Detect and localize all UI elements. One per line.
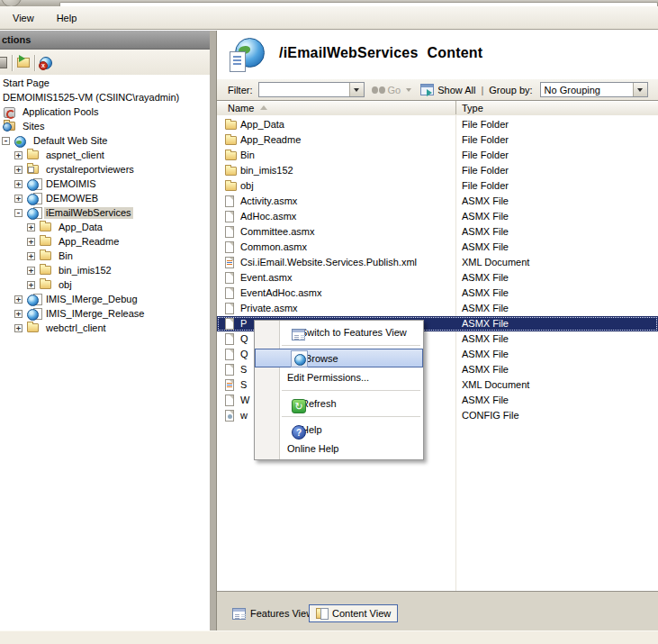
back-button-icon[interactable] [1, 0, 22, 6]
column-header-name[interactable]: Name [217, 101, 456, 114]
menu-item-switch-to-features-view[interactable]: Switch to Features View [255, 322, 423, 341]
file-row[interactable]: Committee.asmxASMX File [217, 224, 658, 240]
tree-item[interactable]: +IMIS_IMerge_Release [0, 307, 210, 322]
tree-item[interactable]: DEMOIMIS1525-VM (CSIINC\rayadmin) [0, 91, 210, 105]
folder-file-icon [225, 151, 237, 160]
expand-icon[interactable]: + [14, 151, 23, 159]
group-by-label: Group by: [489, 85, 532, 95]
show-all-icon[interactable] [420, 84, 434, 95]
tree-item[interactable]: +DEMOWEB [0, 192, 210, 206]
page-file-icon [225, 272, 234, 284]
file-row[interactable]: App_DataFile Folder [217, 117, 658, 132]
group-by-dropdown-button[interactable] [633, 83, 647, 96]
tree-item[interactable]: Application Pools [0, 105, 210, 120]
file-row[interactable]: AdHoc.asmxASMX File [217, 209, 658, 224]
menu-item-edit-permissions[interactable]: Edit Permissions... [255, 367, 423, 386]
connections-tree: Start PageDEMOIMIS1525-VM (CSIINC\rayadm… [0, 75, 210, 628]
file-name: Csi.iEmail.Website.Services.Publish.xml [240, 257, 417, 268]
group-by-select[interactable]: No Grouping [540, 82, 648, 97]
go-search-icon [372, 86, 385, 95]
tree-item[interactable]: +webctrl_client [0, 322, 210, 336]
tree-item[interactable]: +DEMOIMIS [0, 177, 210, 192]
view-tab-bar: Features ViewContent View [217, 591, 658, 630]
tab-content-view[interactable]: Content View [309, 604, 398, 622]
expand-icon[interactable]: + [14, 180, 23, 188]
file-type: ASMX File [462, 333, 509, 345]
tree-item[interactable]: -Default Web Site [0, 134, 210, 149]
menu-view[interactable]: View [8, 11, 39, 25]
menu-item-label: Switch to Features View [301, 327, 407, 338]
expand-icon[interactable]: + [14, 310, 23, 318]
file-row[interactable]: bin_imis152File Folder [217, 163, 658, 178]
file-name: Activity.asmx [240, 195, 297, 207]
folder-file-icon [225, 167, 237, 176]
menu-item-browse[interactable]: Browse [255, 349, 423, 367]
tree-item[interactable]: +App_Data [0, 221, 210, 235]
menu-item-online-help[interactable]: Online Help [255, 439, 423, 458]
tree-item-label: DEMOIMIS [44, 178, 98, 190]
file-type: File Folder [462, 165, 509, 177]
menu-item-help[interactable]: Help [255, 420, 423, 439]
tree-item[interactable]: +obj [0, 278, 210, 293]
file-name: EventAdHoc.asmx [240, 287, 321, 299]
file-row[interactable]: Activity.asmxASMX File [217, 194, 658, 209]
expand-icon[interactable]: + [27, 281, 35, 289]
expand-icon[interactable]: + [14, 295, 23, 304]
menu-item-refresh[interactable]: Refresh [255, 394, 423, 413]
go-dropdown-icon [406, 88, 411, 95]
tree-item[interactable]: +aspnet_client [0, 149, 210, 163]
collapse-icon[interactable]: - [14, 209, 23, 217]
save-icon[interactable] [0, 57, 7, 68]
file-name: Common.asmx [240, 241, 307, 253]
folder-icon [27, 150, 39, 159]
tree-item[interactable]: +Bin [0, 249, 210, 264]
web-application-icon [230, 38, 266, 72]
file-row[interactable]: Common.asmxASMX File [217, 240, 658, 255]
tree-item-label: DEMOIMIS1525-VM (CSIINC\rayadmin) [1, 92, 181, 104]
file-row[interactable]: Private.asmxASMX File [217, 301, 658, 316]
show-all-button[interactable]: Show All [437, 85, 475, 95]
tree-item[interactable]: +IMIS_IMerge_Debug [0, 293, 210, 307]
collapse-icon[interactable]: - [2, 137, 10, 145]
expand-icon[interactable]: + [14, 195, 23, 203]
filter-input[interactable] [258, 82, 365, 97]
tree-item-label: Default Web Site [32, 135, 109, 147]
folder-icon [40, 280, 51, 289]
tree-item[interactable]: +bin_imis152 [0, 264, 210, 278]
expand-icon[interactable]: + [27, 252, 35, 260]
expand-icon[interactable]: + [27, 223, 35, 231]
tree-item[interactable]: +App_Readme [0, 235, 210, 249]
status-bar [0, 630, 658, 644]
file-row[interactable]: BinFile Folder [217, 148, 658, 163]
menu-separator [255, 341, 423, 349]
expand-icon[interactable]: + [14, 166, 23, 174]
panel-splitter[interactable] [210, 31, 216, 630]
expand-icon[interactable]: + [27, 238, 35, 246]
menu-help[interactable]: Help [52, 11, 82, 25]
connections-header: ctions [0, 31, 210, 50]
tree-item[interactable]: -iEmailWebServices [0, 206, 210, 221]
file-row[interactable]: objFile Folder [217, 178, 658, 194]
file-name: W [240, 395, 249, 406]
tree-item[interactable]: Sites [0, 120, 210, 134]
features-view-icon [232, 608, 246, 620]
tab-features-view[interactable]: Features View [226, 604, 320, 622]
tree-item[interactable]: +crystalreportviewers [0, 163, 210, 177]
file-row[interactable]: EventAdHoc.asmxASMX File [217, 286, 658, 301]
file-row[interactable]: Csi.iEmail.Website.Services.Publish.xmlX… [217, 255, 658, 270]
tree-item[interactable]: Start Page [0, 77, 210, 91]
folder-shortcut-icon [27, 165, 39, 174]
menu-item-label: Edit Permissions... [287, 372, 369, 383]
file-type: ASMX File [462, 272, 509, 284]
page-file-icon [225, 349, 234, 360]
column-header-type[interactable]: Type [456, 101, 658, 114]
file-row[interactable]: App_ReadmeFile Folder [217, 132, 658, 148]
filter-dropdown-button[interactable] [349, 83, 364, 96]
create-connection-icon[interactable] [17, 58, 30, 68]
file-name: P [240, 318, 247, 330]
file-row[interactable]: Event.asmxASMX File [217, 270, 658, 286]
expand-icon[interactable]: + [14, 324, 23, 332]
expand-icon[interactable]: + [27, 267, 35, 275]
disconnect-icon[interactable] [40, 57, 52, 69]
file-type: ASMX File [462, 364, 509, 376]
